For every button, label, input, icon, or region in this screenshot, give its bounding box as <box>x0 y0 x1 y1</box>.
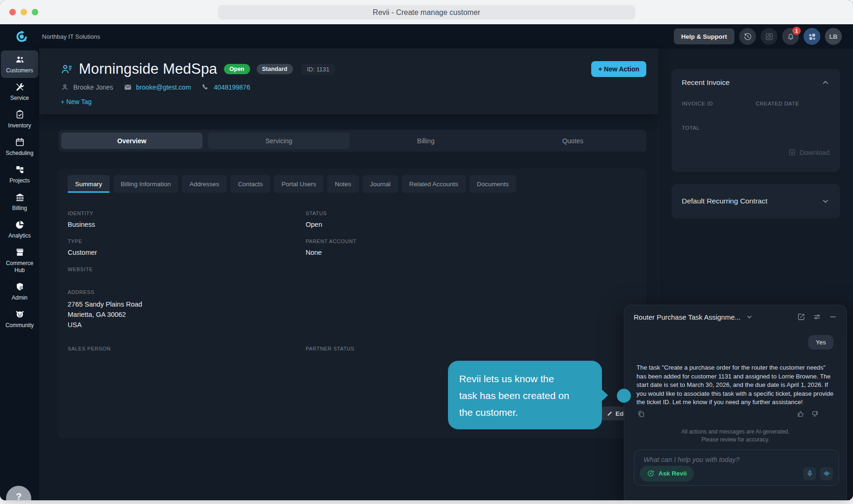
sidebar-item-analytics[interactable]: Analytics <box>1 216 38 243</box>
help-support-button[interactable]: Help & Support <box>674 28 734 44</box>
chevron-down-icon[interactable] <box>821 197 830 205</box>
tab-servicing[interactable]: Servicing <box>208 133 350 149</box>
field-value: Business <box>68 220 306 229</box>
user-avatar[interactable]: LB <box>825 28 842 45</box>
address-line: Marietta, GA 30062 <box>68 309 306 320</box>
field-label: WEBSITE <box>68 266 306 272</box>
contact-email[interactable]: brooke@gtest.com <box>136 84 191 91</box>
chat-input-container: Ask Revii <box>634 449 839 486</box>
field-spacer <box>306 266 637 276</box>
sidebar-item-customers[interactable]: Customers <box>1 50 38 78</box>
sidebar-item-label: Billing <box>12 205 27 212</box>
service-icon <box>15 82 25 92</box>
sidebar-item-admin[interactable]: Admin <box>1 278 38 305</box>
chevron-down-icon[interactable] <box>745 313 754 321</box>
window-controls <box>9 9 38 15</box>
chat-input-actions: Ask Revii <box>640 466 833 482</box>
disclaimer-line: Please review for accuracy. <box>624 436 846 444</box>
ask-revii-button[interactable]: Ask Revii <box>640 466 694 482</box>
ask-revii-label: Ask Revii <box>658 470 687 477</box>
sidebar-item-inventory[interactable]: Inventory <box>1 105 38 133</box>
recent-invoice-card: Recent Invoice INVOICE ID CREATED DATE T… <box>671 69 840 172</box>
minimize-window-button[interactable] <box>21 9 27 15</box>
assistant-message: The task "Create a purchase order for th… <box>636 364 834 407</box>
sidebar-item-projects[interactable]: Projects <box>1 161 38 188</box>
new-action-button[interactable]: + New Action <box>591 61 646 77</box>
chat-input[interactable] <box>643 455 830 464</box>
chevron-up-icon[interactable] <box>821 78 830 87</box>
help-button-label: ? <box>16 491 21 500</box>
total-label: TOTAL <box>682 125 830 131</box>
default-recurring-contract-card: Default Recurring Contract <box>671 184 840 218</box>
status-badge: Open <box>224 64 250 74</box>
minimize-chat-icon[interactable] <box>829 313 837 321</box>
field-label: IDENTITY <box>68 210 306 216</box>
sidebar-item-label: Admin <box>12 294 28 301</box>
field-parent-account: PARENT ACCOUNT None <box>306 238 637 257</box>
field-address: ADDRESS 2765 Sandy Plains Road Marietta,… <box>68 289 306 330</box>
tab-overview[interactable]: Overview <box>61 133 203 149</box>
subtab-related-accounts[interactable]: Related Accounts <box>402 175 466 193</box>
new-chat-icon[interactable] <box>797 313 805 321</box>
contract-title: Default Recurring Contract <box>682 197 768 205</box>
sidebar-item-label: Community <box>6 322 34 329</box>
chat-settings-icon[interactable] <box>813 313 821 321</box>
sidebar-item-scheduling[interactable]: Scheduling <box>1 133 38 161</box>
subtab-notes[interactable]: Notes <box>327 175 358 193</box>
notification-badge: 1 <box>792 27 801 35</box>
voice-waveform-button[interactable] <box>820 467 833 480</box>
app-window: Revii - Create manage customer Northbay … <box>0 0 853 500</box>
subtab-summary[interactable]: Summary <box>68 175 110 193</box>
field-status: STATUS Open <box>306 210 637 229</box>
sidebar-item-commerce-hub[interactable]: Commerce Hub <box>1 243 38 278</box>
field-label: SALES PERSON <box>68 346 306 351</box>
tab-quotes[interactable]: Quotes <box>502 133 643 149</box>
sidebar-item-label: Analytics <box>8 232 31 239</box>
sidebar: Customers Service Inventory Scheduling <box>0 49 39 500</box>
tooltip-text-line: Revii lets us know the <box>459 371 591 387</box>
download-button[interactable]: Download <box>682 148 830 156</box>
created-date-label: CREATED DATE <box>756 101 830 106</box>
copy-icon[interactable] <box>637 410 645 418</box>
sidebar-item-label: Projects <box>9 177 29 184</box>
field-value: None <box>306 248 637 257</box>
revii-sparkle-icon <box>647 469 655 477</box>
thumbs-down-icon[interactable] <box>811 410 818 418</box>
subtab-billing-information[interactable]: Billing Information <box>113 175 178 193</box>
person-icon <box>61 83 69 91</box>
subtab-portal-users[interactable]: Portal Users <box>274 175 323 193</box>
timer-button[interactable] <box>761 28 777 45</box>
billing-icon <box>15 192 25 202</box>
field-value: Open <box>306 220 637 229</box>
history-button[interactable] <box>739 28 756 45</box>
tab-billing[interactable]: Billing <box>355 133 496 149</box>
contact-phone[interactable]: 4048199876 <box>214 84 250 91</box>
customer-badge-icon <box>61 63 73 75</box>
sidebar-item-community[interactable]: Community <box>1 305 38 333</box>
thumbs-up-icon[interactable] <box>797 410 804 418</box>
mic-button[interactable] <box>803 467 816 480</box>
new-tag-button[interactable]: + New Tag <box>61 98 91 105</box>
tier-badge: Standard <box>257 64 293 74</box>
apps-grid-button[interactable] <box>804 28 820 45</box>
sidebar-item-service[interactable]: Service <box>1 78 38 105</box>
subtab-addresses[interactable]: Addresses <box>182 175 227 193</box>
field-label: TYPE <box>68 238 306 244</box>
sidebar-item-label: Service <box>10 95 29 102</box>
zoom-window-button[interactable] <box>32 9 38 15</box>
waveform-icon <box>823 470 830 477</box>
timer-icon <box>765 32 774 41</box>
sidebar-item-billing[interactable]: Billing <box>1 188 38 216</box>
topbar: Northbay IT Solutions Help & Support 1 <box>0 24 853 49</box>
user-message: Yes <box>808 335 833 350</box>
notifications-button[interactable]: 1 <box>782 28 799 45</box>
download-icon <box>788 148 796 156</box>
close-window-button[interactable] <box>9 9 16 15</box>
subtab-documents[interactable]: Documents <box>469 175 516 193</box>
subtab-contacts[interactable]: Contacts <box>231 175 270 193</box>
field-sales-person: SALES PERSON <box>68 346 306 356</box>
field-label: ADDRESS <box>68 289 306 295</box>
subtab-journal[interactable]: Journal <box>363 175 398 193</box>
app-logo-icon[interactable] <box>14 29 29 44</box>
walkthrough-tooltip: Revii lets us know the task has been cre… <box>448 361 602 429</box>
